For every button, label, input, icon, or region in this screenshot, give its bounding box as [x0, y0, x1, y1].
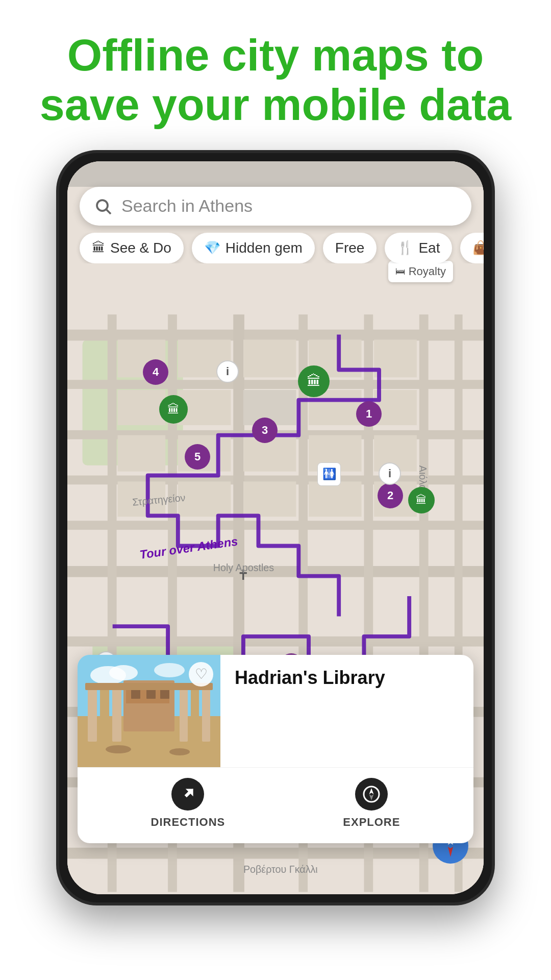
place-card-image: ♡ — [78, 655, 220, 767]
see-do-icon: 🏛 — [92, 240, 105, 256]
marker-1[interactable]: 1 — [356, 401, 382, 427]
hotel-name: Royalty — [409, 265, 446, 278]
svg-rect-38 — [243, 481, 296, 517]
facilities-marker-1: 🚻 — [317, 462, 341, 486]
green-marker-main[interactable]: 🏛 — [298, 365, 330, 397]
search-icon — [94, 197, 112, 215]
shop-icon: 👜 — [472, 240, 484, 256]
marker-3-label: 3 — [262, 424, 268, 437]
header-title-line2: save your mobile data — [40, 79, 511, 130]
directions-arrow-icon — [179, 785, 197, 803]
header-section: Offline city maps to save your mobile da… — [0, 0, 551, 150]
hotel-icon: 🛏 — [395, 265, 406, 277]
svg-text:Ροβέρτου Γκάλλι: Ροβέρτου Γκάλλι — [243, 864, 318, 875]
compass-icon — [362, 785, 381, 803]
marker-2-label: 2 — [387, 489, 393, 502]
pill-free[interactable]: Free — [323, 233, 377, 263]
svg-marker-70 — [182, 785, 197, 800]
filter-pills: 🏛 See & Do 💎 Hidden gem Free 🍴 Eat — [67, 233, 484, 263]
phone-screen: ✝ Στρατηγείον Holy Apostles Θεωρία Αιόλο… — [67, 161, 484, 894]
svg-point-69 — [169, 748, 190, 755]
place-name: Hadrian's Library — [235, 667, 459, 689]
pill-see-do[interactable]: 🏛 See & Do — [80, 233, 184, 263]
status-bar — [67, 161, 484, 187]
search-placeholder: Search in Athens — [121, 196, 253, 216]
search-bar[interactable]: Search in Athens — [80, 187, 471, 226]
header-title: Offline city maps to save your mobile da… — [31, 31, 520, 130]
svg-point-49 — [97, 200, 108, 211]
marker-2[interactable]: 2 — [378, 483, 403, 508]
pill-see-do-label: See & Do — [110, 240, 171, 256]
directions-button[interactable]: DIRECTIONS — [151, 778, 226, 829]
svg-rect-39 — [309, 481, 361, 517]
marker-1-label: 1 — [366, 407, 372, 421]
power-button — [492, 322, 495, 373]
green-marker-3[interactable]: 🏛 — [408, 487, 435, 513]
svg-rect-37 — [178, 481, 231, 517]
heart-icon: ♡ — [195, 666, 208, 682]
explore-icon — [355, 778, 388, 811]
svg-point-53 — [109, 665, 138, 680]
svg-rect-57 — [100, 683, 109, 742]
svg-marker-72 — [369, 788, 374, 794]
eat-icon: 🍴 — [397, 240, 413, 256]
phone-frame: ✝ Στρατηγείον Holy Apostles Θεωρία Αιόλο… — [56, 150, 495, 905]
hotel-marker[interactable]: 🛏 Royalty — [388, 261, 453, 282]
volume-down-button — [56, 342, 59, 378]
pill-eat[interactable]: 🍴 Eat — [385, 233, 452, 263]
svg-rect-23 — [243, 339, 296, 377]
marker-3[interactable]: 3 — [252, 418, 278, 443]
phone-container: ✝ Στρατηγείον Holy Apostles Θεωρία Αιόλο… — [0, 150, 551, 936]
svg-text:Holy Apostles: Holy Apostles — [213, 561, 274, 573]
header-title-line1: Offline city maps to — [67, 30, 484, 80]
marker-4[interactable]: 4 — [143, 359, 168, 385]
info-marker-1[interactable]: i — [216, 360, 239, 383]
info-marker-2[interactable]: i — [379, 462, 401, 485]
svg-rect-26 — [118, 390, 166, 425]
pill-shop[interactable]: 👜 Sh... — [460, 233, 484, 263]
svg-line-50 — [107, 209, 111, 213]
explore-button[interactable]: EXPLORE — [343, 778, 400, 829]
hidden-gem-icon: 💎 — [204, 240, 220, 256]
marker-5-label: 5 — [194, 450, 201, 463]
marker-4-label: 4 — [153, 365, 159, 379]
place-card-actions: DIRECTIONS EXPLORE — [78, 767, 473, 843]
svg-rect-64 — [180, 685, 188, 742]
svg-marker-73 — [369, 794, 374, 800]
svg-rect-56 — [88, 685, 97, 742]
place-card-info: Hadrian's Library — [220, 655, 473, 767]
svg-rect-31 — [118, 435, 166, 471]
pill-hidden-gem[interactable]: 💎 Hidden gem — [192, 233, 315, 263]
svg-rect-65 — [191, 683, 199, 742]
marker-5[interactable]: 5 — [185, 444, 210, 470]
explore-label: EXPLORE — [343, 816, 400, 829]
green-marker-2[interactable]: 🏛 — [159, 395, 188, 424]
svg-rect-66 — [202, 688, 210, 742]
favorite-button[interactable]: ♡ — [189, 662, 213, 687]
volume-up-button — [56, 296, 59, 332]
svg-rect-58 — [112, 688, 121, 742]
pill-eat-label: Eat — [418, 240, 440, 256]
directions-icon — [171, 778, 204, 811]
svg-point-68 — [106, 745, 131, 753]
directions-label: DIRECTIONS — [151, 816, 226, 829]
place-card: ♡ Hadrian's Library — [78, 655, 473, 843]
pill-free-label: Free — [335, 240, 365, 256]
map-area: ✝ Στρατηγείον Holy Apostles Θεωρία Αιόλο… — [67, 161, 484, 894]
place-card-top: ♡ Hadrian's Library — [78, 655, 473, 767]
pill-hidden-gem-label: Hidden gem — [226, 240, 303, 256]
svg-point-54 — [154, 663, 185, 677]
